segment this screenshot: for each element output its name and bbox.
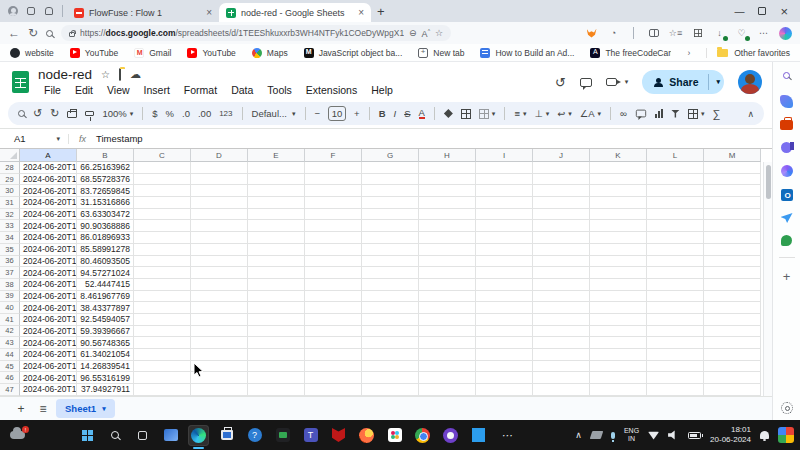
cell-G45[interactable] bbox=[362, 361, 419, 373]
search-icon[interactable] bbox=[46, 30, 53, 37]
tab-flowfuse[interactable]: FlowFuse : Flow 1 × bbox=[67, 3, 219, 22]
cell-D47[interactable] bbox=[191, 384, 248, 396]
row-header-28[interactable]: 28 bbox=[0, 162, 20, 174]
column-header-D[interactable]: D bbox=[191, 149, 248, 162]
cell-E45[interactable] bbox=[248, 361, 305, 373]
cell-K30[interactable] bbox=[590, 185, 647, 197]
cell-H34[interactable] bbox=[419, 232, 476, 244]
cell-E46[interactable] bbox=[248, 372, 305, 384]
cell-H45[interactable] bbox=[419, 361, 476, 373]
menu-tools[interactable]: Tools bbox=[261, 83, 298, 97]
cell-M43[interactable] bbox=[704, 337, 761, 349]
cell-C42[interactable] bbox=[134, 326, 191, 338]
cell-B46[interactable]: 96.55316199 bbox=[77, 372, 134, 384]
cell-C29[interactable] bbox=[134, 174, 191, 186]
cell-E43[interactable] bbox=[248, 337, 305, 349]
cell-D44[interactable] bbox=[191, 349, 248, 361]
cell-K45[interactable] bbox=[590, 361, 647, 373]
cell-D42[interactable] bbox=[191, 326, 248, 338]
cell-J34[interactable] bbox=[533, 232, 590, 244]
teams-icon[interactable]: T bbox=[300, 425, 321, 446]
cell-B34[interactable]: 86.01896933 bbox=[77, 232, 134, 244]
cell-I37[interactable] bbox=[476, 267, 533, 279]
row-header-36[interactable]: 36 bbox=[0, 256, 20, 268]
cell-G37[interactable] bbox=[362, 267, 419, 279]
increase-decimal-button[interactable]: .00 bbox=[198, 108, 211, 119]
column-header-E[interactable]: E bbox=[248, 149, 305, 162]
cell-L45[interactable] bbox=[647, 361, 704, 373]
cell-C36[interactable] bbox=[134, 256, 191, 268]
other-favorites[interactable]: Other favorites bbox=[706, 48, 790, 58]
cell-D33[interactable] bbox=[191, 220, 248, 232]
cell-L44[interactable] bbox=[647, 349, 704, 361]
cell-F40[interactable] bbox=[305, 302, 362, 314]
cell-E30[interactable] bbox=[248, 185, 305, 197]
format-percent-button[interactable]: % bbox=[166, 108, 174, 119]
cell-K38[interactable] bbox=[590, 279, 647, 291]
cell-F36[interactable] bbox=[305, 256, 362, 268]
cell-B41[interactable]: 92.54594057 bbox=[77, 314, 134, 326]
cell-M47[interactable] bbox=[704, 384, 761, 396]
cell-F39[interactable] bbox=[305, 291, 362, 303]
vertical-scrollbar[interactable] bbox=[763, 162, 772, 396]
cell-M36[interactable] bbox=[704, 256, 761, 268]
cell-C28[interactable] bbox=[134, 162, 191, 174]
more-apps-icon[interactable]: ⋯ bbox=[496, 425, 517, 446]
functions-icon[interactable]: ∑ bbox=[712, 108, 720, 120]
cell-M40[interactable] bbox=[704, 302, 761, 314]
cell-I40[interactable] bbox=[476, 302, 533, 314]
column-header-K[interactable]: K bbox=[590, 149, 647, 162]
sheets-logo-icon[interactable] bbox=[12, 71, 29, 93]
cell-A39[interactable]: 2024-06-20T12:2 bbox=[20, 291, 77, 303]
text-rotation-button[interactable]: ∠A▾ bbox=[580, 108, 601, 119]
column-header-H[interactable]: H bbox=[419, 149, 476, 162]
cell-K37[interactable] bbox=[590, 267, 647, 279]
cell-J39[interactable] bbox=[533, 291, 590, 303]
column-header-A[interactable]: A bbox=[20, 149, 77, 162]
cell-C32[interactable] bbox=[134, 209, 191, 221]
column-header-F[interactable]: F bbox=[305, 149, 362, 162]
insert-chart-icon[interactable] bbox=[655, 109, 663, 118]
cell-G44[interactable] bbox=[362, 349, 419, 361]
cell-L40[interactable] bbox=[647, 302, 704, 314]
taskview-icon[interactable] bbox=[132, 425, 153, 446]
cell-K47[interactable] bbox=[590, 384, 647, 396]
tab-close-icon[interactable]: × bbox=[206, 7, 212, 18]
cell-H35[interactable] bbox=[419, 244, 476, 256]
bookmark-item[interactable]: YouTube bbox=[187, 48, 235, 58]
cell-F44[interactable] bbox=[305, 349, 362, 361]
insert-comment-icon[interactable] bbox=[636, 110, 646, 118]
cell-J38[interactable] bbox=[533, 279, 590, 291]
favorite-star-icon[interactable]: ☆ bbox=[435, 28, 443, 38]
cell-K42[interactable] bbox=[590, 326, 647, 338]
browser-profile-button[interactable] bbox=[4, 3, 22, 19]
cell-M34[interactable] bbox=[704, 232, 761, 244]
browser-essentials-icon[interactable]: ♡ bbox=[735, 27, 748, 40]
column-header-M[interactable]: M bbox=[704, 149, 761, 162]
cell-L41[interactable] bbox=[647, 314, 704, 326]
menu-edit[interactable]: Edit bbox=[69, 83, 99, 97]
clock[interactable]: 18:0120-06-2024 bbox=[710, 425, 751, 445]
sheet-tab-menu-icon[interactable]: ▾ bbox=[102, 405, 106, 413]
row-header-38[interactable]: 38 bbox=[0, 279, 20, 291]
row-header-42[interactable]: 42 bbox=[0, 326, 20, 338]
cell-E32[interactable] bbox=[248, 209, 305, 221]
cell-K29[interactable] bbox=[590, 174, 647, 186]
cell-L34[interactable] bbox=[647, 232, 704, 244]
cell-K43[interactable] bbox=[590, 337, 647, 349]
drop-icon[interactable] bbox=[781, 213, 793, 223]
battery-icon[interactable] bbox=[688, 432, 701, 439]
row-header-41[interactable]: 41 bbox=[0, 314, 20, 326]
cell-G41[interactable] bbox=[362, 314, 419, 326]
cell-L32[interactable] bbox=[647, 209, 704, 221]
document-title[interactable]: node-red bbox=[38, 67, 92, 82]
cell-J36[interactable] bbox=[533, 256, 590, 268]
cell-J42[interactable] bbox=[533, 326, 590, 338]
cell-L28[interactable] bbox=[647, 162, 704, 174]
cell-L38[interactable] bbox=[647, 279, 704, 291]
cell-H42[interactable] bbox=[419, 326, 476, 338]
bookmarks-overflow-icon[interactable]: › bbox=[687, 48, 690, 58]
touchpad-icon[interactable] bbox=[590, 431, 604, 439]
cell-D31[interactable] bbox=[191, 197, 248, 209]
split-screen-icon[interactable] bbox=[647, 27, 660, 40]
